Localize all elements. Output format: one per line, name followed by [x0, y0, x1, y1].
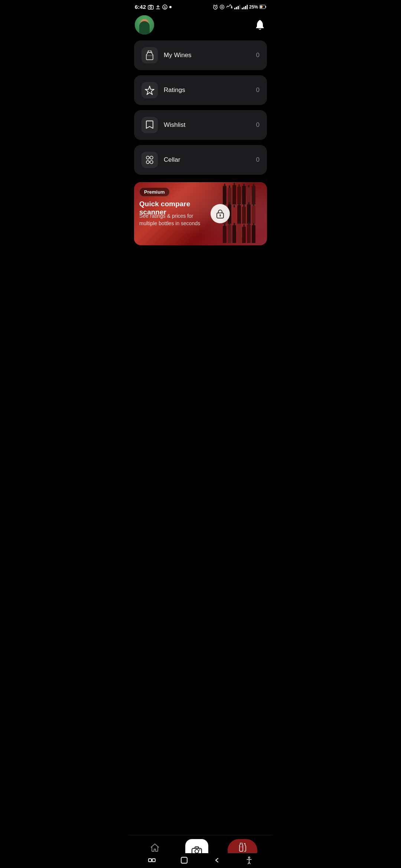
- wishlist-label: Wishlist: [164, 121, 186, 129]
- premium-banner[interactable]: Premium Quick compare scanner See rating…: [134, 182, 267, 245]
- ratings-left: Ratings: [141, 82, 185, 98]
- alarm-icon: [213, 4, 218, 10]
- cellar-count: 0: [256, 156, 260, 164]
- svg-point-22: [150, 161, 153, 164]
- wishlist-count: 0: [256, 121, 260, 129]
- battery-text: 25%: [249, 4, 258, 10]
- ratings-count: 0: [256, 86, 260, 94]
- ratings-label: Ratings: [164, 86, 185, 94]
- premium-badge: Premium: [139, 187, 170, 197]
- svg-point-4: [169, 6, 172, 8]
- svg-point-1: [150, 6, 152, 8]
- ratings-item[interactable]: Ratings 0: [134, 75, 267, 105]
- svg-rect-0: [148, 6, 153, 9]
- cellar-icon-wrap: [141, 152, 158, 168]
- svg-rect-11: [239, 5, 240, 9]
- upload-icon: [156, 4, 160, 10]
- svg-point-19: [146, 156, 149, 159]
- svg-rect-10: [238, 6, 239, 9]
- svg-rect-8: [234, 8, 235, 9]
- status-bar: 6:42 S 25%: [128, 0, 273, 12]
- svg-rect-15: [247, 5, 248, 9]
- svg-rect-13: [243, 7, 244, 9]
- premium-description: See ratings & prices for multiple bottle…: [139, 213, 212, 227]
- avatar[interactable]: [135, 15, 154, 34]
- photo-icon: [148, 4, 154, 10]
- my-wines-left: My Wines: [141, 47, 192, 63]
- wishlist-left: Wishlist: [141, 117, 186, 133]
- cellar-item[interactable]: Cellar 0: [134, 145, 267, 175]
- dot-icon: [169, 6, 172, 8]
- bell-icon: [255, 20, 265, 30]
- menu-list: My Wines 0 Ratings 0 Wishlist 0: [128, 40, 273, 175]
- svg-rect-12: [242, 8, 243, 9]
- svg-rect-14: [245, 6, 246, 9]
- cellar-icon: [144, 155, 155, 164]
- svg-point-7: [221, 6, 223, 8]
- star-icon: [145, 85, 154, 95]
- status-left: 6:42 S: [135, 4, 172, 10]
- wine-bottle-icon: [146, 50, 154, 60]
- svg-rect-9: [236, 7, 237, 9]
- signal2-icon: [242, 5, 248, 9]
- data-icon: [226, 4, 233, 10]
- lock-icon: [215, 208, 225, 219]
- svg-text:S: S: [164, 6, 166, 9]
- status-right: 25%: [213, 4, 266, 10]
- wishlist-item[interactable]: Wishlist 0: [134, 110, 267, 140]
- signal1-icon: [234, 5, 240, 9]
- location-icon: [219, 4, 225, 10]
- star-icon-wrap: [141, 82, 158, 98]
- my-wines-label: My Wines: [164, 52, 192, 59]
- my-wines-count: 0: [256, 52, 260, 59]
- status-time: 6:42: [135, 4, 146, 10]
- notification-button[interactable]: [254, 18, 266, 32]
- wine-bottle-icon-wrap: [141, 47, 158, 63]
- bookmark-icon: [146, 120, 154, 130]
- cellar-left: Cellar: [141, 152, 180, 168]
- battery-icon: [260, 5, 266, 9]
- svg-point-20: [150, 156, 153, 159]
- header: [128, 12, 273, 40]
- cellar-label: Cellar: [164, 156, 180, 164]
- bookmark-icon-wrap: [141, 117, 158, 133]
- svg-point-21: [146, 161, 149, 164]
- my-wines-item[interactable]: My Wines 0: [134, 40, 267, 70]
- lock-icon-circle: [211, 204, 230, 223]
- skype-icon: S: [162, 4, 167, 10]
